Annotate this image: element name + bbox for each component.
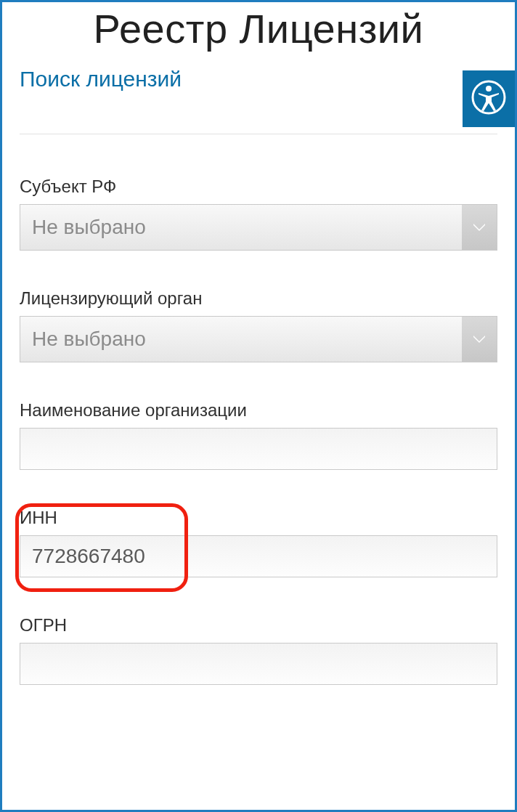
orgname-label: Наименование организации xyxy=(20,400,497,421)
orgname-input[interactable] xyxy=(20,428,497,470)
inn-label: ИНН xyxy=(20,508,497,528)
divider xyxy=(20,134,497,134)
authority-select-value: Не выбрано xyxy=(20,328,462,351)
authority-select[interactable]: Не выбрано xyxy=(20,316,497,362)
inn-input[interactable] xyxy=(20,535,497,577)
search-subtitle: Поиск лицензий xyxy=(20,67,497,92)
accessibility-button[interactable] xyxy=(463,70,515,127)
chevron-down-icon xyxy=(462,317,497,362)
chevron-down-icon xyxy=(462,205,497,250)
subject-select[interactable]: Не выбрано xyxy=(20,204,497,251)
page-title: Реестр Лицензий xyxy=(20,5,497,52)
ogrn-label: ОГРН xyxy=(20,615,497,636)
ogrn-input[interactable] xyxy=(20,643,497,685)
authority-label: Лицензирующий орган xyxy=(20,288,497,309)
accessibility-icon xyxy=(471,80,506,118)
subject-label: Субъект РФ xyxy=(20,176,497,197)
subject-select-value: Не выбрано xyxy=(20,216,462,239)
svg-point-1 xyxy=(486,86,492,92)
